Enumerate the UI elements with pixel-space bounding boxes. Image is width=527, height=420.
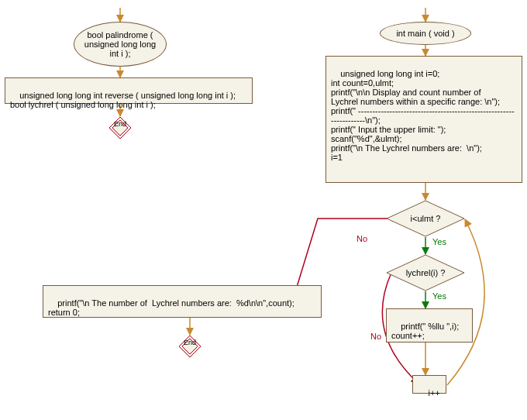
cond-ulmt-diamond: i<ulmt ? <box>386 200 465 237</box>
result-rect: printf("\n The number of Lychrel numbers… <box>43 285 322 318</box>
right-end-label: End <box>178 339 202 346</box>
func-palindrome-ellipse: bool palindrome ( unsigned long long int… <box>74 22 167 67</box>
increment-block: i++ <box>412 375 446 394</box>
func-palindrome-text: bool palindrome ( unsigned long long int… <box>81 30 160 58</box>
cond-lychrel-yes: Yes <box>432 291 446 301</box>
increment-block-text: i++ <box>428 388 439 398</box>
cond-ulmt-no: No <box>356 234 367 243</box>
cond-lychrel-diamond: lychrel(i) ? <box>386 254 465 291</box>
left-end-label: End <box>108 120 132 128</box>
prototypes-text: unsigned long long int reverse ( unsigne… <box>10 91 236 109</box>
main-ellipse: int main ( void ) <box>380 22 471 45</box>
init-rect-text: unsigned long long int i=0; int count=0,… <box>331 69 515 162</box>
print-block: printf(" %llu ",i); count++; <box>386 308 473 343</box>
init-rect: unsigned long long int i=0; int count=0,… <box>326 56 522 183</box>
print-block-text: printf(" %llu ",i); count++; <box>391 322 459 340</box>
cond-ulmt-yes: Yes <box>432 237 446 246</box>
svg-marker-12 <box>387 201 464 236</box>
svg-marker-13 <box>387 255 464 291</box>
prototypes-rect: unsigned long long int reverse ( unsigne… <box>5 77 253 104</box>
main-ellipse-text: int main ( void ) <box>396 29 454 38</box>
cond-lychrel-no: No <box>370 332 381 341</box>
result-rect-text: printf("\n The number of Lychrel numbers… <box>48 298 294 317</box>
